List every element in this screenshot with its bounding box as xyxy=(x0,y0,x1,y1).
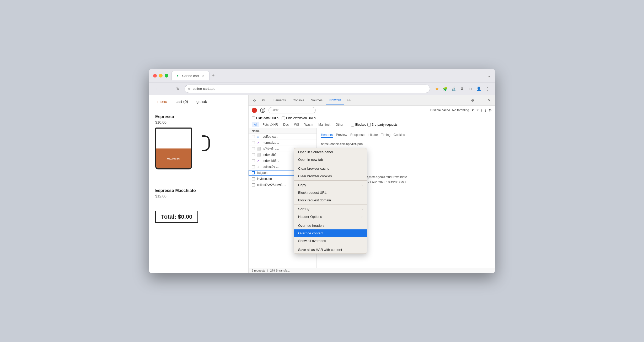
google-icon[interactable]: G xyxy=(458,85,466,92)
tab-title: Coffee cart xyxy=(182,74,199,78)
ctx-open-new-tab[interactable]: Open in new tab xyxy=(294,156,367,163)
file-checkbox-favicon[interactable] xyxy=(252,177,255,180)
total-badge: Total: $0.00 xyxy=(155,211,198,223)
file-checkbox-coffee[interactable] xyxy=(252,135,255,138)
ctx-copy[interactable]: Copy › xyxy=(294,181,367,189)
ctx-clear-cache[interactable]: Clear browser cache xyxy=(294,165,367,172)
product-name-2: Espresso Macchiato xyxy=(155,188,242,193)
third-party-input[interactable] xyxy=(367,123,371,126)
hide-data-urls-input[interactable] xyxy=(252,117,255,120)
ctx-sep-3 xyxy=(294,205,367,205)
detail-tab-response[interactable]: Response xyxy=(350,133,364,138)
file-row-normalize[interactable]: ✓ normalize... xyxy=(249,140,316,146)
tab-console[interactable]: Console xyxy=(289,96,307,104)
ctx-copy-label: Copy xyxy=(298,183,306,187)
profile-icon[interactable]: 👤 xyxy=(475,85,482,92)
new-tab-button[interactable]: + xyxy=(210,72,217,79)
detail-tab-headers[interactable]: Headers xyxy=(321,133,333,138)
nav-menu-link[interactable]: menu xyxy=(157,99,167,104)
forward-button[interactable]: → xyxy=(164,85,171,92)
ctx-block-url[interactable]: Block request URL xyxy=(294,189,367,196)
filter-tab-ws[interactable]: WS xyxy=(292,122,301,127)
close-button[interactable] xyxy=(153,74,157,78)
file-list-header: Name xyxy=(249,128,316,134)
file-checkbox-listjson[interactable] xyxy=(252,171,255,174)
blocked-input[interactable] xyxy=(351,123,354,126)
ctx-save-har[interactable]: Save all as HAR with content xyxy=(294,246,367,253)
file-icon-css2: ✓ xyxy=(257,159,261,163)
filter-tab-other[interactable]: Other xyxy=(334,122,346,127)
devtools-close-icon[interactable]: ✕ xyxy=(486,97,493,104)
file-checkbox-collectv2[interactable] xyxy=(252,183,255,186)
filter-tab-wasm[interactable]: Wasm xyxy=(302,122,315,127)
network-settings-icon[interactable]: ⚙ xyxy=(489,108,492,112)
ctx-open-sources[interactable]: Open in Sources panel xyxy=(294,148,367,156)
back-button[interactable]: ← xyxy=(153,85,160,92)
ctx-open-new-tab-label: Open in new tab xyxy=(298,158,323,162)
file-name-normalize: normalize... xyxy=(263,141,313,145)
reload-button[interactable]: ↻ xyxy=(174,85,181,92)
ctx-sep-4 xyxy=(294,221,367,221)
throttling-dropdown-icon[interactable]: ▼ xyxy=(471,108,474,112)
record-button[interactable] xyxy=(252,108,257,113)
ctx-show-overrides[interactable]: Show all overrides xyxy=(294,237,367,245)
menu-icon[interactable]: ⋮ xyxy=(484,85,491,92)
ctx-header-options[interactable]: Header Options › xyxy=(294,213,367,220)
download-icon: ↓ xyxy=(485,108,486,112)
tab-network[interactable]: Network xyxy=(326,96,344,104)
ctx-header-options-arrow: › xyxy=(362,215,363,219)
product-price-2: $12.00 xyxy=(155,194,242,198)
browser-window: ▼ Coffee cart ✕ + ⌄ ← → ↻ ⊕ coffee-cart.… xyxy=(149,69,495,273)
nav-cart-link[interactable]: cart (0) xyxy=(176,99,188,104)
extensions-icon[interactable]: 🧩 xyxy=(442,85,449,92)
ctx-block-domain[interactable]: Block request domain xyxy=(294,196,367,204)
ctx-sort-by[interactable]: Sort By › xyxy=(294,205,367,213)
detail-tab-preview[interactable]: Preview xyxy=(336,133,347,138)
detail-tab-cookies[interactable]: Cookies xyxy=(394,133,405,138)
maximize-button[interactable] xyxy=(165,74,168,78)
filter-tab-doc[interactable]: Doc xyxy=(281,122,291,127)
tab-dropdown-icon[interactable]: ⌄ xyxy=(487,73,491,78)
file-icon-doc: ≡ xyxy=(257,135,261,139)
lab-icon[interactable]: 🔬 xyxy=(450,85,457,92)
more-tabs-icon[interactable]: >> xyxy=(345,96,353,104)
ctx-clear-cookies[interactable]: Clear browser cookies xyxy=(294,172,367,180)
file-checkbox-jsgid[interactable] xyxy=(252,147,255,150)
device-toolbar-icon[interactable]: ⧉ xyxy=(260,97,267,104)
filter-input[interactable] xyxy=(269,107,316,113)
devtools-body: Name ≡ coffee-ca... ✓ normalize... xyxy=(249,128,495,268)
hide-extension-urls-checkbox[interactable]: Hide extension URLs xyxy=(282,116,316,120)
file-row-coffee-ca[interactable]: ≡ coffee-ca... xyxy=(249,134,316,140)
tab-favicon-icon: ▼ xyxy=(176,74,180,78)
filter-tab-fetch[interactable]: Fetch/XHR xyxy=(260,122,280,127)
devtools-settings-icon[interactable]: ⚙ xyxy=(469,97,476,104)
file-checkbox-indexb85[interactable] xyxy=(252,159,255,162)
ctx-override-headers[interactable]: Override headers xyxy=(294,222,367,229)
filter-tab-manifest[interactable]: Manifest xyxy=(316,122,332,127)
file-checkbox-normalize[interactable] xyxy=(252,141,255,144)
filter-tab-all[interactable]: All xyxy=(252,122,259,127)
blocked-checkbox[interactable]: Blocked xyxy=(351,123,367,126)
tab-sources[interactable]: Sources xyxy=(308,96,326,104)
file-checkbox-index8bf[interactable] xyxy=(252,153,255,156)
bookmark-icon[interactable]: ★ xyxy=(433,85,441,92)
nav-github-link[interactable]: github xyxy=(196,99,207,104)
file-checkbox-collectv[interactable] xyxy=(252,165,255,168)
name-column-header: Name xyxy=(252,129,260,133)
third-party-checkbox[interactable]: 3rd-party requests xyxy=(367,123,397,126)
address-input[interactable]: ⊕ coffee-cart.app xyxy=(185,85,430,93)
detail-tab-initiator[interactable]: Initiator xyxy=(368,133,378,138)
inspect-element-icon[interactable]: ⊹ xyxy=(251,97,258,104)
minimize-button[interactable] xyxy=(159,74,163,78)
detail-tab-timing[interactable]: Timing xyxy=(381,133,390,138)
hide-data-urls-checkbox[interactable]: Hide data URLs xyxy=(252,116,278,120)
device-icon[interactable]: □ xyxy=(467,85,474,92)
ctx-override-content[interactable]: Override content xyxy=(294,229,367,237)
tab-elements[interactable]: Elements xyxy=(270,96,289,104)
hide-extension-urls-input[interactable] xyxy=(282,117,285,120)
clear-button[interactable]: ⊘ xyxy=(260,108,265,113)
devtools-more-icon[interactable]: ⋮ xyxy=(477,97,485,104)
mug-handle xyxy=(202,135,210,151)
browser-tab[interactable]: ▼ Coffee cart ✕ xyxy=(171,71,210,80)
tab-close-button[interactable]: ✕ xyxy=(201,74,205,78)
